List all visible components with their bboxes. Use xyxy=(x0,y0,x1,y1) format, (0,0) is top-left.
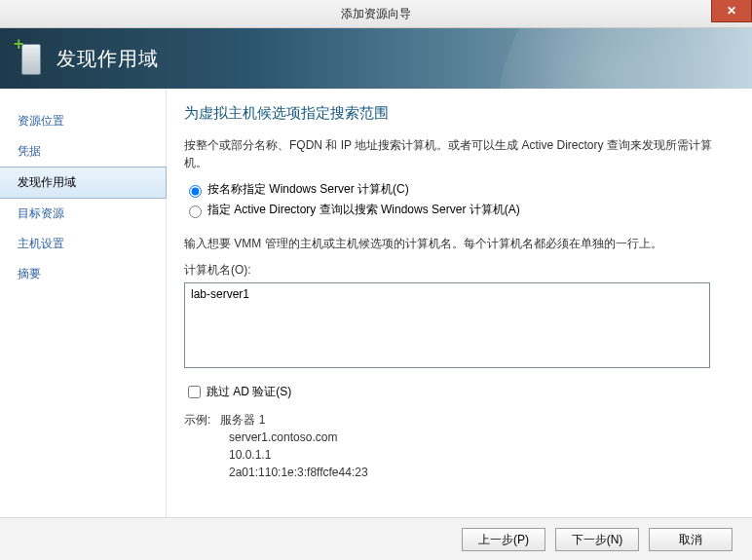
radio-by-name-input[interactable] xyxy=(189,185,202,198)
sidebar-item-resource-location[interactable]: 资源位置 xyxy=(0,106,166,136)
example-line: server1.contoso.com xyxy=(229,429,729,446)
sidebar-item-credentials[interactable]: 凭据 xyxy=(0,136,166,167)
example-title: 服务器 1 xyxy=(220,413,265,427)
skip-ad-check[interactable]: 跳过 AD 验证(S) xyxy=(184,383,729,401)
next-button[interactable]: 下一步(N) xyxy=(555,528,639,551)
close-icon: ✕ xyxy=(727,4,736,18)
wizard-sidebar: 资源位置 凭据 发现作用域 目标资源 主机设置 摘要 xyxy=(0,89,167,517)
skip-ad-label: 跳过 AD 验证(S) xyxy=(207,384,291,400)
radio-by-ad[interactable]: 指定 Active Directory 查询以搜索 Windows Server… xyxy=(184,202,729,218)
add-resource-icon: + xyxy=(18,42,45,75)
header-title: 发现作用域 xyxy=(56,46,159,72)
sidebar-item-summary[interactable]: 摘要 xyxy=(0,259,166,289)
radio-by-ad-input[interactable] xyxy=(189,205,202,218)
computer-name-label: 计算机名(O): xyxy=(184,262,729,279)
example-line: 2a01:110:1e:3:f8ffcfe44:23 xyxy=(229,464,729,481)
sidebar-item-target-resource[interactable]: 目标资源 xyxy=(0,199,166,229)
content-panel: 为虚拟主机候选项指定搜索范围 按整个或部分名称、FQDN 和 IP 地址搜索计算… xyxy=(167,89,752,517)
example-label: 示例: xyxy=(184,413,210,427)
radio-by-name-label: 按名称指定 Windows Server 计算机(C) xyxy=(207,181,409,198)
example-block: 示例: 服务器 1 server1.contoso.com 10.0.1.1 2… xyxy=(184,411,729,481)
cancel-button[interactable]: 取消 xyxy=(649,528,733,551)
sidebar-item-host-settings[interactable]: 主机设置 xyxy=(0,229,166,259)
radio-by-name[interactable]: 按名称指定 Windows Server 计算机(C) xyxy=(184,181,729,198)
sidebar-item-discovery-scope[interactable]: 发现作用域 xyxy=(0,167,167,199)
prev-button[interactable]: 上一步(P) xyxy=(462,528,545,551)
window-title: 添加资源向导 xyxy=(341,6,411,22)
section-title: 为虚拟主机候选项指定搜索范围 xyxy=(184,104,729,123)
instruction-text: 输入想要 VMM 管理的主机或主机候选项的计算机名。每个计算机名都必须在单独的一… xyxy=(184,236,729,252)
section-description: 按整个或部分名称、FQDN 和 IP 地址搜索计算机。或者可以生成 Active… xyxy=(184,136,729,171)
radio-by-ad-label: 指定 Active Directory 查询以搜索 Windows Server… xyxy=(207,202,520,218)
header-band: + 发现作用域 xyxy=(0,28,752,89)
titlebar: 添加资源向导 ✕ xyxy=(0,0,752,28)
button-bar: 上一步(P) 下一步(N) 取消 xyxy=(0,517,752,560)
skip-ad-checkbox[interactable] xyxy=(188,386,201,398)
example-line: 10.0.1.1 xyxy=(229,446,729,464)
close-button[interactable]: ✕ xyxy=(711,0,752,22)
computer-name-input[interactable] xyxy=(184,282,710,368)
